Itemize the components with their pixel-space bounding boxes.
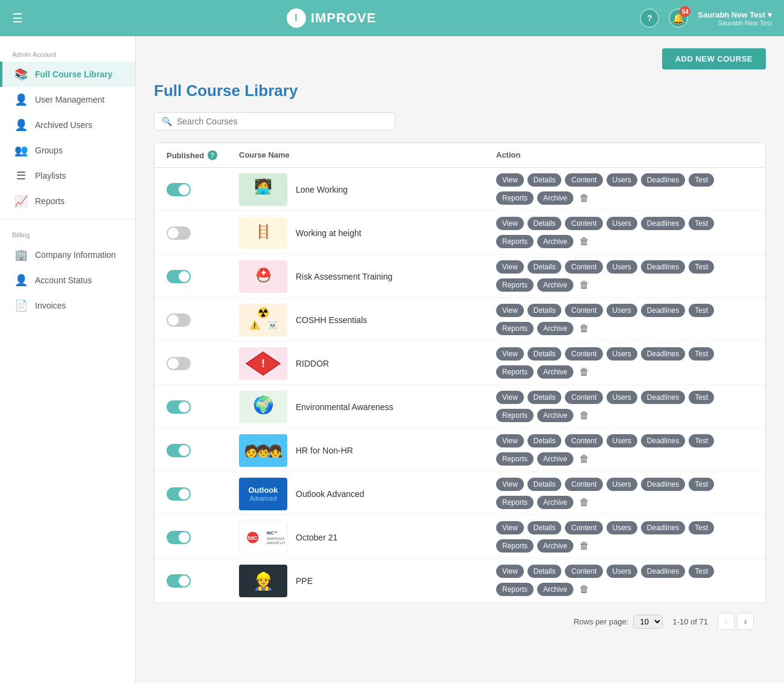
- details-btn-10[interactable]: Details: [527, 565, 562, 578]
- details-btn-3[interactable]: Details: [527, 260, 562, 274]
- content-btn-10[interactable]: Content: [565, 565, 602, 578]
- reports-btn-9[interactable]: Reports: [496, 539, 534, 553]
- details-btn-7[interactable]: Details: [527, 434, 562, 447]
- details-btn-9[interactable]: Details: [527, 521, 562, 534]
- test-btn-10[interactable]: Test: [689, 565, 714, 578]
- users-btn-3[interactable]: Users: [607, 260, 637, 274]
- toggle-2[interactable]: [167, 226, 191, 240]
- delete-btn-9[interactable]: 🗑: [577, 538, 591, 554]
- users-btn-9[interactable]: Users: [607, 521, 637, 534]
- reports-btn-4[interactable]: Reports: [496, 322, 534, 335]
- content-btn-7[interactable]: Content: [565, 434, 602, 447]
- view-btn-8[interactable]: View: [496, 478, 524, 491]
- sidebar-item-archived-users[interactable]: 👤 Archived Users: [0, 112, 135, 138]
- reports-btn-5[interactable]: Reports: [496, 365, 534, 379]
- users-btn-2[interactable]: Users: [607, 217, 637, 230]
- details-btn-5[interactable]: Details: [527, 347, 562, 361]
- deadlines-btn-5[interactable]: Deadlines: [641, 347, 685, 361]
- toggle-3[interactable]: [167, 270, 191, 283]
- sidebar-item-full-course-library[interactable]: 📚 Full Course Library: [0, 62, 135, 87]
- test-btn-2[interactable]: Test: [689, 217, 714, 230]
- delete-btn-5[interactable]: 🗑: [577, 364, 591, 380]
- toggle-8[interactable]: [167, 487, 191, 501]
- add-new-course-button[interactable]: ADD NEW COURSE: [662, 48, 766, 69]
- toggle-1[interactable]: [167, 183, 191, 196]
- test-btn-6[interactable]: Test: [689, 391, 714, 404]
- content-btn-6[interactable]: Content: [565, 391, 602, 404]
- test-btn-9[interactable]: Test: [689, 521, 714, 534]
- archive-btn-8[interactable]: Archive: [537, 496, 573, 509]
- delete-btn-2[interactable]: 🗑: [577, 234, 591, 249]
- test-btn-7[interactable]: Test: [689, 434, 714, 447]
- users-btn-6[interactable]: Users: [607, 391, 637, 404]
- deadlines-btn-4[interactable]: Deadlines: [641, 304, 685, 317]
- content-btn-2[interactable]: Content: [565, 217, 602, 230]
- content-btn-4[interactable]: Content: [565, 304, 602, 317]
- content-btn-9[interactable]: Content: [565, 521, 602, 534]
- test-btn-1[interactable]: Test: [689, 173, 714, 187]
- notification-button[interactable]: 🔔 54: [669, 8, 688, 28]
- content-btn-8[interactable]: Content: [565, 478, 602, 491]
- view-btn-4[interactable]: View: [496, 304, 524, 317]
- next-page-button[interactable]: ›: [737, 613, 754, 630]
- details-btn-4[interactable]: Details: [527, 304, 562, 317]
- reports-btn-2[interactable]: Reports: [496, 235, 534, 248]
- details-btn-2[interactable]: Details: [527, 217, 562, 230]
- archive-btn-1[interactable]: Archive: [537, 191, 573, 205]
- sidebar-item-groups[interactable]: 👥 Groups: [0, 138, 135, 163]
- prev-page-button[interactable]: ‹: [718, 613, 735, 630]
- delete-btn-6[interactable]: 🗑: [577, 408, 591, 423]
- delete-btn-7[interactable]: 🗑: [577, 451, 591, 467]
- details-btn-8[interactable]: Details: [527, 478, 562, 491]
- view-btn-2[interactable]: View: [496, 217, 524, 230]
- archive-btn-2[interactable]: Archive: [537, 235, 573, 248]
- sidebar-item-user-management[interactable]: 👤 User Management: [0, 87, 135, 112]
- user-name[interactable]: Saurabh New Test ▾: [698, 10, 772, 19]
- reports-btn-8[interactable]: Reports: [496, 496, 534, 509]
- view-btn-7[interactable]: View: [496, 434, 524, 447]
- users-btn-4[interactable]: Users: [607, 304, 637, 317]
- deadlines-btn-6[interactable]: Deadlines: [641, 391, 685, 404]
- test-btn-5[interactable]: Test: [689, 347, 714, 361]
- reports-btn-6[interactable]: Reports: [496, 409, 534, 422]
- rows-per-page-select[interactable]: 10 25 50: [633, 615, 663, 629]
- archive-btn-5[interactable]: Archive: [537, 365, 573, 379]
- toggle-9[interactable]: [167, 531, 191, 544]
- archive-btn-7[interactable]: Archive: [537, 452, 573, 466]
- deadlines-btn-1[interactable]: Deadlines: [641, 173, 685, 187]
- archive-btn-6[interactable]: Archive: [537, 409, 573, 422]
- sidebar-item-invoices[interactable]: 📄 Invoices: [0, 293, 135, 318]
- users-btn-5[interactable]: Users: [607, 347, 637, 361]
- menu-icon[interactable]: ☰: [12, 11, 23, 25]
- reports-btn-3[interactable]: Reports: [496, 278, 534, 292]
- details-btn-1[interactable]: Details: [527, 173, 562, 187]
- reports-btn-1[interactable]: Reports: [496, 191, 534, 205]
- toggle-4[interactable]: [167, 313, 191, 327]
- view-btn-6[interactable]: View: [496, 391, 524, 404]
- archive-btn-4[interactable]: Archive: [537, 322, 573, 335]
- reports-btn-7[interactable]: Reports: [496, 452, 534, 466]
- content-btn-5[interactable]: Content: [565, 347, 602, 361]
- info-icon[interactable]: ?: [208, 150, 217, 160]
- deadlines-btn-2[interactable]: Deadlines: [641, 217, 685, 230]
- sidebar-item-company-information[interactable]: 🏢 Company Information: [0, 242, 135, 268]
- users-btn-10[interactable]: Users: [607, 565, 637, 578]
- users-btn-7[interactable]: Users: [607, 434, 637, 447]
- deadlines-btn-9[interactable]: Deadlines: [641, 521, 685, 534]
- sidebar-item-account-status[interactable]: 👤 Account Status: [0, 268, 135, 293]
- deadlines-btn-10[interactable]: Deadlines: [641, 565, 685, 578]
- view-btn-9[interactable]: View: [496, 521, 524, 534]
- sidebar-item-reports[interactable]: 📈 Reports: [0, 188, 135, 214]
- delete-btn-4[interactable]: 🗑: [577, 321, 591, 336]
- search-input[interactable]: [177, 117, 387, 126]
- delete-btn-10[interactable]: 🗑: [577, 582, 591, 597]
- view-btn-10[interactable]: View: [496, 565, 524, 578]
- content-btn-1[interactable]: Content: [565, 173, 602, 187]
- toggle-7[interactable]: [167, 444, 191, 457]
- content-btn-3[interactable]: Content: [565, 260, 602, 274]
- toggle-5[interactable]: [167, 357, 191, 370]
- delete-btn-3[interactable]: 🗑: [577, 277, 591, 293]
- archive-btn-10[interactable]: Archive: [537, 583, 573, 596]
- view-btn-3[interactable]: View: [496, 260, 524, 274]
- details-btn-6[interactable]: Details: [527, 391, 562, 404]
